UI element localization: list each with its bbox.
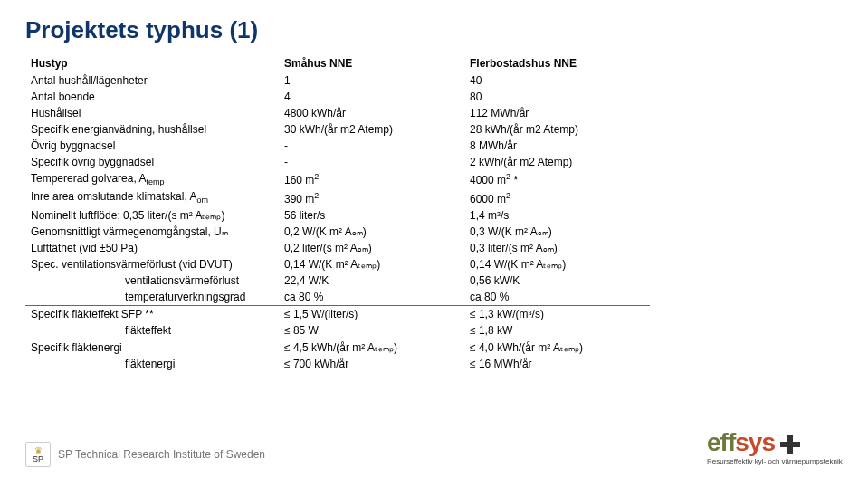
footer-text: SP Technical Research Institute of Swede…: [58, 448, 265, 461]
row-label: Hushållsel: [25, 105, 279, 121]
header-hustyp: Hustyp: [25, 55, 279, 72]
row-value-flerbostad: 28 kWh/(år m2 Atemp): [464, 121, 650, 138]
row-value-flerbostad: 0,3 liter/(s m² Aₒₘ): [464, 240, 650, 256]
row-value-flerbostad: 2 kWh/(år m2 Atemp): [464, 154, 650, 170]
row-value-flerbostad: 80: [464, 89, 650, 105]
row-value-smahus: ≤ 4,5 kWh/(år m² Aₜₑₘₚ): [279, 339, 464, 356]
row-label: Antal boende: [25, 89, 279, 105]
row-label: Antal hushåll/lägenheter: [25, 72, 279, 90]
row-value-flerbostad: 6000 m2: [464, 188, 650, 206]
row-value-smahus: ca 80 %: [279, 289, 464, 306]
row-value-smahus: 4800 kWh/år: [279, 105, 464, 121]
row-value-flerbostad: 1,4 m³/s: [464, 207, 650, 224]
table-row: Specifik energianvädning, hushållsel30 k…: [25, 121, 650, 138]
table-row: Lufttäthet (vid ±50 Pa)0,2 liter/(s m² A…: [25, 240, 650, 256]
row-value-smahus: 160 m2: [279, 170, 464, 188]
table-row: Tempererad golvarea, Atemp160 m24000 m2 …: [25, 170, 650, 188]
row-label: Övrig byggnadsel: [25, 138, 279, 154]
row-value-smahus: 0,14 W/(K m² Aₜₑₘₚ): [279, 256, 464, 272]
table-row: Antal hushåll/lägenheter140: [25, 72, 650, 90]
header-smahus: Småhus NNE: [279, 55, 464, 72]
row-value-smahus: 30 kWh/(år m2 Atemp): [279, 121, 464, 138]
row-value-smahus: 0,2 liter/(s m² Aₒₘ): [279, 240, 464, 256]
row-label: Specifik energianvädning, hushållsel: [25, 121, 279, 138]
row-value-flerbostad: ≤ 4,0 kWh/(år m² Aₜₑₘₚ): [464, 339, 650, 356]
table-row: Spec. ventilationsvärmeförlust (vid DVUT…: [25, 256, 650, 272]
effsys-logo: effsys Resurseffektiv kyl- och värmepump…: [707, 430, 843, 465]
table-row: Specifik fläktenergi≤ 4,5 kWh/(år m² Aₜₑ…: [25, 339, 650, 356]
plus-icon: [780, 435, 800, 454]
row-value-flerbostad: 0,56 kW/K: [464, 272, 650, 289]
table-row: fläkteffekt≤ 85 W≤ 1,8 kW: [25, 322, 650, 339]
table-row: Övrig byggnadsel-8 MWh/år: [25, 138, 650, 154]
row-label: fläktenergi: [25, 356, 279, 372]
row-label: Lufttäthet (vid ±50 Pa): [25, 240, 279, 256]
footer: ♛ SP SP Technical Research Institute of …: [25, 442, 265, 467]
row-label: Specifik övrig byggnadsel: [25, 154, 279, 170]
table-row: Antal boende480: [25, 89, 650, 105]
row-value-smahus: -: [279, 154, 464, 170]
table-row: ventilationsvärmeförlust22,4 W/K0,56 kW/…: [25, 272, 650, 289]
row-value-flerbostad: 112 MWh/år: [464, 105, 650, 121]
table-row: temperaturverkningsgradca 80 %ca 80 %: [25, 289, 650, 306]
row-value-flerbostad: 0,14 W/(K m² Aₜₑₘₚ): [464, 256, 650, 272]
sp-logo-icon: ♛ SP: [25, 442, 51, 467]
row-value-smahus: ≤ 85 W: [279, 322, 464, 339]
table-row: Nominellt luftflöde; 0,35 liter/(s m² Aₜ…: [25, 207, 650, 224]
row-label: ventilationsvärmeförlust: [25, 272, 279, 289]
slide-title: Projektets typhus (1): [25, 16, 843, 44]
typhus-table: Hustyp Småhus NNE Flerbostadshus NNE Ant…: [25, 55, 650, 372]
row-value-smahus: 0,2 W/(K m² Aₒₘ): [279, 224, 464, 240]
header-flerbostad: Flerbostadshus NNE: [464, 55, 650, 72]
row-value-smahus: ≤ 700 kWh/år: [279, 356, 464, 372]
row-label: Tempererad golvarea, Atemp: [25, 170, 279, 188]
row-value-smahus: 1: [279, 72, 464, 90]
row-value-smahus: -: [279, 138, 464, 154]
row-value-flerbostad: 8 MWh/år: [464, 138, 650, 154]
row-value-smahus: 390 m2: [279, 188, 464, 206]
row-value-flerbostad: 4000 m2 *: [464, 170, 650, 188]
row-value-flerbostad: 0,3 W/(K m² Aₒₘ): [464, 224, 650, 240]
row-label: Specifik fläktenergi: [25, 339, 279, 356]
row-label: Nominellt luftflöde; 0,35 liter/(s m² Aₜ…: [25, 207, 279, 224]
row-label: fläkteffekt: [25, 322, 279, 339]
row-value-flerbostad: ≤ 1,8 kW: [464, 322, 650, 339]
row-label: Spec. ventilationsvärmeförlust (vid DVUT…: [25, 256, 279, 272]
row-value-flerbostad: ca 80 %: [464, 289, 650, 306]
row-label: Genomsnittligt värmegenomgångstal, Uₘ: [25, 224, 279, 240]
effsys-tagline: Resurseffektiv kyl- och värmepumpsteknik: [707, 457, 843, 465]
row-value-smahus: ≤ 1,5 W/(liter/s): [279, 305, 464, 322]
row-value-smahus: 56 liter/s: [279, 207, 464, 224]
table-row: Specifik fläkteffekt SFP **≤ 1,5 W/(lite…: [25, 305, 650, 322]
row-value-flerbostad: ≤ 16 MWh/år: [464, 356, 650, 372]
row-value-flerbostad: 40: [464, 72, 650, 90]
table-row: Specifik övrig byggnadsel-2 kWh/(år m2 A…: [25, 154, 650, 170]
table-row: Hushållsel4800 kWh/år112 MWh/år: [25, 105, 650, 121]
table-row: fläktenergi≤ 700 kWh/år≤ 16 MWh/år: [25, 356, 650, 372]
row-label: temperaturverkningsgrad: [25, 289, 279, 306]
row-label: Inre area omslutande klimatskal, Aom: [25, 188, 279, 206]
row-value-flerbostad: ≤ 1,3 kW/(m³/s): [464, 305, 650, 322]
row-value-smahus: 4: [279, 89, 464, 105]
table-row: Inre area omslutande klimatskal, Aom390 …: [25, 188, 650, 206]
row-label: Specifik fläkteffekt SFP **: [25, 305, 279, 322]
row-value-smahus: 22,4 W/K: [279, 272, 464, 289]
table-row: Genomsnittligt värmegenomgångstal, Uₘ0,2…: [25, 224, 650, 240]
